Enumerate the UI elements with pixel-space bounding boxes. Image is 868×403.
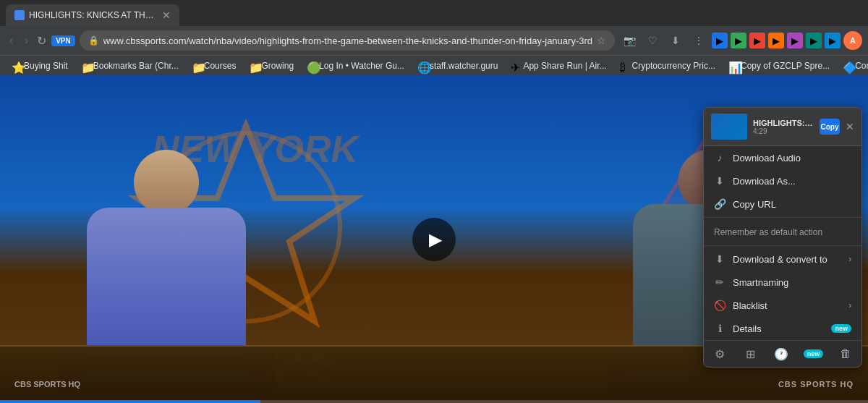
- menu-divider-2: [704, 245, 861, 246]
- tab-close-icon[interactable]: ✕: [162, 9, 171, 21]
- dropdown-header: HIGHLIGHTS: KNICKS AT... 4:29 Copy ✕: [704, 108, 861, 146]
- bookmark-crypto[interactable]: ₿ Cryptocurrency Pric...: [614, 59, 721, 72]
- smartnaming-icon: ✏: [714, 276, 726, 288]
- bookmark-airdrop[interactable]: ✈ App Share Run | Air...: [505, 59, 612, 72]
- download-convert-label: Download & convert to: [733, 254, 841, 265]
- refresh-button[interactable]: ↻: [36, 30, 47, 51]
- sheet-icon: 📊: [728, 61, 739, 71]
- avatar[interactable]: A: [843, 31, 862, 50]
- heart-icon[interactable]: ♡: [642, 30, 663, 51]
- back-button[interactable]: ‹: [6, 30, 17, 51]
- remember-default-item: Remember as default action: [704, 219, 861, 244]
- download-icon[interactable]: ⬇: [665, 30, 686, 51]
- staff-icon: 🌐: [417, 61, 427, 71]
- bookmark-growing[interactable]: 📁 Growing: [243, 59, 299, 72]
- download-audio-item[interactable]: ♪ Download Audio: [704, 146, 861, 169]
- download-convert-item[interactable]: ⬇ Download & convert to ›: [704, 247, 861, 271]
- bookmarks-bar: ⭐ Buying Shit 📁 Bookmarks Bar (Chr... 📁 …: [0, 55, 868, 75]
- extension-1[interactable]: ▶: [712, 33, 728, 48]
- play-icon: ▶: [429, 229, 442, 250]
- extension-4[interactable]: ▶: [768, 33, 784, 48]
- bookmark-label: Buying Shit: [24, 61, 68, 71]
- bookmark-folder-icon: 📁: [249, 61, 259, 71]
- extension-7[interactable]: ▶: [825, 33, 841, 48]
- header-title: HIGHLIGHTS: KNICKS AT...: [753, 119, 814, 127]
- trash-icon[interactable]: 🗑: [837, 345, 854, 362]
- copy-url-label: Copy URL: [733, 199, 851, 210]
- copy-url-item[interactable]: 🔗 Copy URL: [704, 192, 861, 216]
- bookmark-gzclp[interactable]: 📊 Copy of GZCLP Spre...: [723, 59, 835, 72]
- header-text: HIGHLIGHTS: KNICKS AT... 4:29: [753, 119, 814, 135]
- details-item[interactable]: ℹ Details new: [704, 317, 861, 340]
- bookmark-icon: ⭐: [12, 61, 22, 71]
- remember-label: Remember as default action: [714, 227, 822, 237]
- download-as-icon: ⬇: [714, 175, 726, 187]
- browser-chrome: HIGHLIGHTS: KNICKS AT THUNDER - Friday J…: [0, 0, 868, 75]
- extension-6[interactable]: ▶: [806, 33, 822, 48]
- play-button[interactable]: ▶: [412, 218, 456, 261]
- bookmark-label: Growing: [261, 61, 294, 71]
- watcher-icon: 🟢: [307, 61, 317, 71]
- tab-title: HIGHLIGHTS: KNICKS AT THUNDER - Friday J…: [29, 10, 158, 20]
- bookmark-label: Log In • Watcher Gu...: [319, 61, 404, 71]
- vpn-badge: VPN: [51, 35, 75, 46]
- bookmark-bookmarks-bar[interactable]: 📁 Bookmarks Bar (Chr...: [75, 59, 184, 72]
- blacklist-item[interactable]: 🚫 Blacklist ›: [704, 294, 861, 317]
- new-badge-bottom: new: [804, 349, 824, 358]
- screenshot-icon[interactable]: 📷: [619, 30, 639, 51]
- clock-icon[interactable]: 🕐: [773, 345, 790, 362]
- smartnaming-label: Smartnaming: [733, 277, 851, 288]
- new-badge: new: [831, 324, 851, 333]
- thumbnail: [711, 114, 747, 140]
- confluence-icon: 🔷: [843, 61, 853, 71]
- settings-icon[interactable]: ⚙: [711, 345, 728, 362]
- arrow-right-icon-2: ›: [848, 300, 851, 310]
- extension-icons: 📷 ♡ ⬇ ⋮ ▶ ▶ ▶ ▶ ▶ ▶ ▶ A: [619, 30, 862, 51]
- tab-favicon: [14, 10, 25, 20]
- bookmark-label: Confluence Window...: [855, 61, 868, 71]
- smartnaming-item[interactable]: ✏ Smartnaming: [704, 271, 861, 294]
- extension-3[interactable]: ▶: [749, 33, 765, 48]
- cbs-logo-right: CBS SPORTS HQ: [778, 380, 854, 389]
- bookmark-courses[interactable]: 📁 Courses: [186, 59, 242, 72]
- toolbar: ‹ › ↻ VPN 🔒 www.cbssports.com/watch/nba/…: [0, 26, 868, 55]
- grid-icon[interactable]: ⊞: [742, 345, 760, 362]
- dropdown-close-button[interactable]: ✕: [846, 121, 854, 132]
- bookmark-staff[interactable]: 🌐 staff.watcher.guru: [412, 59, 504, 72]
- bookmark-confluence[interactable]: 🔷 Confluence Window...: [837, 59, 868, 72]
- airdrop-icon: ✈: [511, 61, 521, 71]
- extension-2[interactable]: ▶: [731, 33, 746, 48]
- lock-icon: 🔒: [88, 35, 99, 46]
- header-time: 4:29: [753, 127, 814, 135]
- bookmark-label: staff.watcher.guru: [430, 61, 498, 71]
- download-audio-label: Download Audio: [733, 153, 851, 164]
- address-bar[interactable]: 🔒 www.cbssports.com/watch/nba/video/high…: [80, 30, 615, 51]
- dropdown-bottom-toolbar: ⚙ ⊞ 🕐 new 🗑: [704, 340, 861, 367]
- copy-button[interactable]: Copy: [820, 119, 840, 135]
- download-as-item[interactable]: ⬇ Download As...: [704, 169, 861, 192]
- download-as-label: Download As...: [733, 176, 851, 187]
- dropdown-panel: HIGHLIGHTS: KNICKS AT... 4:29 Copy ✕ ♪ D…: [703, 107, 862, 368]
- bookmark-label: App Share Run | Air...: [523, 61, 606, 71]
- bookmark-watcher[interactable]: 🟢 Log In • Watcher Gu...: [301, 59, 410, 72]
- bookmark-label: Cryptocurrency Pric...: [632, 61, 715, 71]
- forward-button[interactable]: ›: [21, 30, 32, 51]
- bookmark-folder-icon: 📁: [192, 61, 202, 71]
- details-label: Details: [733, 323, 824, 334]
- blacklist-icon: 🚫: [714, 300, 726, 311]
- bookmark-buying[interactable]: ⭐ Buying Shit: [6, 59, 74, 72]
- active-tab[interactable]: HIGHLIGHTS: KNICKS AT THUNDER - Friday J…: [6, 4, 179, 26]
- tab-bar: HIGHLIGHTS: KNICKS AT THUNDER - Friday J…: [0, 0, 868, 26]
- arrow-right-icon: ›: [848, 254, 851, 264]
- url-text: www.cbssports.com/watch/nba/video/highli…: [103, 35, 592, 46]
- menu-icon[interactable]: ⋮: [689, 30, 709, 51]
- music-icon: ♪: [714, 152, 726, 164]
- details-icon: ℹ: [714, 323, 726, 334]
- crypto-icon: ₿: [620, 61, 630, 71]
- link-icon: 🔗: [714, 198, 726, 210]
- progress-fill: [0, 400, 260, 403]
- bookmark-label: Copy of GZCLP Spre...: [741, 61, 830, 71]
- extension-5[interactable]: ▶: [787, 33, 803, 48]
- main-content: NEW YORK KNICKS ▶: [0, 75, 868, 403]
- video-progress-bar[interactable]: [0, 400, 868, 403]
